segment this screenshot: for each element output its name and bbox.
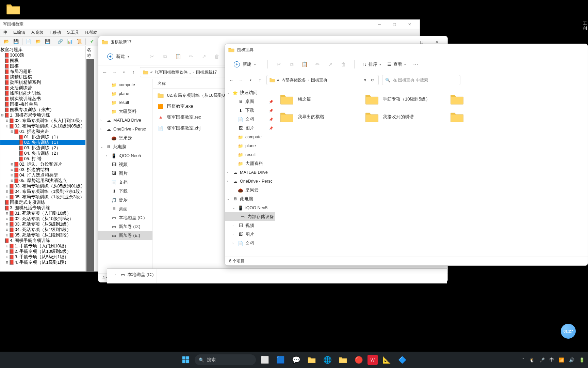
folder-item[interactable] xyxy=(449,109,527,124)
search-input[interactable]: 🔍 在 围棋宝典 中搜索 xyxy=(382,75,460,85)
tree-item[interactable]: 📕峰围棋能力训练 xyxy=(0,91,85,96)
app1-problem-tree[interactable]: 教室习题库 📕3000题📕围棋📕围棋📕布局习题册📕搞精讲围棋📕勋围棋精解系列📕死… xyxy=(0,46,85,271)
folder-item[interactable]: 我导出的棋谱 xyxy=(279,109,357,124)
taskbar-search[interactable]: 🔍 搜索 xyxy=(195,354,256,365)
up-icon[interactable]: ↑ xyxy=(130,69,136,75)
back-icon[interactable]: ← xyxy=(102,69,108,75)
exp2-nav-pane[interactable]: ⌄⭐快速访问🖥桌面📌⬇下载📌📄文档📌🖼图片📌📁compute📁plane📁res… xyxy=(225,87,275,257)
open-icon[interactable]: 📂 xyxy=(34,38,42,45)
nav-item[interactable]: 📁compute xyxy=(98,80,152,89)
nav-item[interactable]: ▭新加卷 (E:) xyxy=(98,231,152,240)
tree-item[interactable]: 📕围棋 xyxy=(0,58,85,63)
menu-item[interactable]: A.高级 xyxy=(31,30,43,35)
tree-item[interactable]: ⊞📕2. 手筋专项（从10级到5级） xyxy=(0,249,85,254)
tree-item[interactable]: ⊟📕02. 布局专项训练（从10级到05级） xyxy=(0,123,85,129)
tree-item[interactable]: 📕棋实战训练丛书 xyxy=(0,96,85,102)
nav-item[interactable]: ⬇下载📌 xyxy=(225,106,275,115)
tree-item[interactable]: ⊞📕01. 死活专项（入门到10级） xyxy=(0,211,85,216)
address-bar[interactable]: « 内部存储设备 › 围棋宝典 ▾ ⟳ xyxy=(266,75,379,85)
nav-item[interactable]: 🖼图片 xyxy=(98,169,152,178)
nav-item[interactable]: 🌰坚果云 xyxy=(98,134,152,142)
nav-item[interactable]: 📁plane xyxy=(98,89,152,98)
nav-item[interactable]: ›☁MATLAB Drive xyxy=(225,168,275,177)
tree-item[interactable]: 📕围棋专项训练（张杰） xyxy=(0,107,85,112)
tree-item[interactable]: 📕4. 围棋手筋专项训练 xyxy=(0,238,85,243)
tree-item[interactable]: ⊞📕3. 手筋专项（从5级到1级） xyxy=(0,254,85,260)
delete-icon[interactable]: 🗑 xyxy=(340,61,347,68)
menu-item[interactable]: H.帮助 xyxy=(85,30,97,35)
tree-item[interactable]: 📕死活训练营 xyxy=(0,85,85,91)
explorer-icon[interactable] xyxy=(305,353,318,367)
nav-item[interactable]: ▭内部存储设备 xyxy=(225,212,275,221)
maximize-button[interactable]: ▢ xyxy=(387,22,402,27)
edge-icon[interactable]: 🌐 xyxy=(321,353,334,367)
tray-chevron-icon[interactable]: ˄ xyxy=(522,357,524,363)
exp1-nav-pane[interactable]: 📁compute📁plane📁result📁大疆资料›☁MATLAB Drive… xyxy=(98,79,153,273)
folder-item[interactable]: 梅之篇 xyxy=(279,92,357,107)
tree-item[interactable]: 📕03. 拆边训练（2） xyxy=(0,145,85,151)
folder-item[interactable] xyxy=(449,92,527,107)
refresh-icon[interactable]: ⟳ xyxy=(370,78,376,82)
app-chat-icon[interactable]: 💬 xyxy=(289,353,303,367)
nav-item[interactable]: 📁大疆资料 xyxy=(98,107,152,116)
tree-item[interactable]: 📕布局习题册 xyxy=(0,69,85,74)
nav-item[interactable]: ›☁OneDrive - Persc xyxy=(98,125,152,134)
paste-icon[interactable]: 📋 xyxy=(301,61,308,68)
tree-item[interactable]: 📕04. 夹击训练（2） xyxy=(0,151,85,156)
nav-item[interactable]: ▭本地磁盘 (C:) xyxy=(98,213,152,222)
tree-item[interactable]: 📕勋围棋精解系列 xyxy=(0,80,85,85)
exp2-folder-grid[interactable]: 梅之篇手筋专项（10级到5级）我导出的棋谱我接收到的棋谱 xyxy=(275,87,588,257)
nav-item[interactable]: 🖼图片📌 xyxy=(225,124,275,133)
wps-icon[interactable]: W xyxy=(368,355,378,365)
app1-titlebar[interactable]: 军围棋教室 ─ ▢ ✕ xyxy=(0,20,420,29)
mic-icon[interactable]: 🎤 xyxy=(539,357,545,363)
ime-icon[interactable]: 中 xyxy=(550,357,554,363)
nav-item[interactable]: 🎵音乐 xyxy=(98,196,152,204)
script-icon[interactable]: 📜 xyxy=(75,38,83,45)
tree-item[interactable]: 📕02. 夹击训练（1） xyxy=(0,140,85,145)
nav-item-disk[interactable]: ›▭ 本地磁盘 (C:) xyxy=(107,270,157,279)
start-button[interactable] xyxy=(179,353,193,367)
cut-icon[interactable]: ✂ xyxy=(149,53,156,60)
tree-item[interactable]: 📕围棋 xyxy=(0,63,85,69)
menu-item[interactable]: T.移动 xyxy=(50,30,61,35)
nav-item[interactable]: ›🎞视频 xyxy=(225,221,275,230)
nav-item[interactable]: 📄文档📌 xyxy=(225,115,275,124)
link-icon[interactable]: 🔗 xyxy=(56,38,64,45)
tree-item[interactable]: ⊞📕1. 手筋专项（入门到10级） xyxy=(0,243,85,249)
sort-button[interactable]: ↑↓ 排序 ▾ xyxy=(362,61,381,67)
share-icon[interactable]: ↗ xyxy=(200,53,207,60)
delete-icon[interactable]: 🗑 xyxy=(213,53,220,60)
explorer-active-icon[interactable] xyxy=(336,353,350,367)
tree-item[interactable]: ⊞📕03. 死活专项（从5级到1级） xyxy=(0,221,85,227)
nav-item[interactable]: 📁大疆资料 xyxy=(225,159,275,168)
nav-item[interactable]: 🖥桌面📌 xyxy=(225,97,275,106)
disk-icon[interactable]: 💾 xyxy=(44,38,52,45)
folder-item[interactable]: 手筋专项（10级到5级） xyxy=(364,92,442,107)
tree-item[interactable]: ⊞📕02. 死活专项（从10级到5级） xyxy=(0,216,85,221)
nav-item[interactable]: 📁plane xyxy=(225,141,275,150)
tree-item[interactable]: ⊞📕4. 手筋专项（从1级到1段） xyxy=(0,260,85,265)
close-button[interactable]: ✕ xyxy=(402,22,417,27)
nav-item[interactable]: ›☁MATLAB Drive xyxy=(98,116,152,125)
widgets-icon[interactable]: 🟦 xyxy=(274,353,287,367)
system-tray[interactable]: ˄ 🐧 🎤 中 📶 🔊 🔋 xyxy=(522,357,585,363)
cut-icon[interactable]: ✂ xyxy=(275,61,282,68)
copy-icon[interactable]: ⧉ xyxy=(162,53,168,60)
nav-item[interactable]: ›📄文档 xyxy=(225,239,275,248)
new-button[interactable]: + 新建 ▾ xyxy=(103,51,133,62)
menu-item[interactable]: S.工具 xyxy=(67,30,79,35)
exp2-titlebar[interactable]: 围棋宝典 xyxy=(225,44,588,56)
copy-icon[interactable]: ⧉ xyxy=(288,61,295,68)
app-icon[interactable]: 🔷 xyxy=(395,353,409,367)
nav-item[interactable]: ⌄🖥此电脑 xyxy=(225,195,275,203)
task-view-icon[interactable]: ⬜ xyxy=(258,353,272,367)
recent-chevron-icon[interactable]: ▾ xyxy=(247,77,254,83)
nav-item[interactable]: 📁result xyxy=(98,98,152,107)
tree-item[interactable]: ⊞📕04. 布局专项训练（1级到业余1段） xyxy=(0,189,85,194)
folder-item[interactable]: 我接收到的棋谱 xyxy=(364,109,442,124)
tree-item[interactable]: 📕01. 拆边训练（1） xyxy=(0,134,85,140)
tree-item[interactable]: ⊞📕03. 布局专项训练（从05级到01级） xyxy=(0,183,85,189)
new-button[interactable]: + 新建 ▾ xyxy=(230,59,260,70)
tree-item[interactable]: ⊞📕05. 死活专项（从1段到3段） xyxy=(0,232,85,238)
